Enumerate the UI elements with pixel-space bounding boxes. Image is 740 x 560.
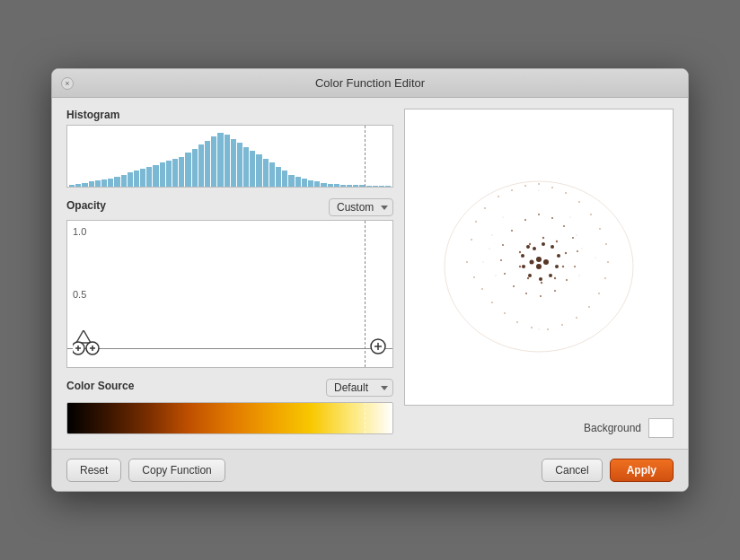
histogram-bar [243, 147, 249, 187]
histogram-bar [288, 175, 294, 187]
svg-point-29 [576, 317, 577, 318]
svg-point-47 [554, 290, 556, 292]
svg-point-11 [466, 261, 467, 262]
svg-point-74 [526, 245, 530, 249]
histogram-bar [256, 154, 261, 187]
svg-point-17 [524, 185, 525, 186]
color-source-select[interactable]: Default Custom By Point By Cell [326, 379, 393, 397]
histogram-bar [198, 144, 204, 187]
svg-point-63 [519, 250, 521, 252]
svg-point-43 [572, 237, 574, 239]
svg-point-85 [503, 216, 504, 217]
3d-preview-svg [422, 132, 656, 383]
close-icon: × [65, 79, 69, 88]
histogram-bar [82, 183, 87, 187]
opacity-handle-right[interactable] [369, 337, 387, 358]
svg-point-23 [599, 228, 600, 229]
copy-function-button[interactable]: Copy Function [128, 459, 225, 482]
histogram-bar [95, 180, 101, 187]
svg-point-84 [578, 275, 579, 276]
svg-point-41 [551, 217, 553, 219]
svg-point-64 [533, 247, 536, 250]
bottom-right-buttons: Cancel Apply [542, 459, 674, 482]
svg-point-40 [538, 214, 540, 215]
svg-point-45 [574, 266, 576, 267]
svg-point-25 [607, 261, 608, 262]
histogram-bar [217, 133, 223, 187]
opacity-preset-select[interactable]: Custom Linear Step Flat [329, 198, 393, 216]
histogram-container[interactable] [66, 125, 393, 188]
title-bar: × Color Function Editor [52, 69, 688, 98]
dialog-title: Color Function Editor [315, 76, 425, 90]
histogram-bar [314, 181, 320, 187]
histogram-bar [160, 162, 165, 187]
svg-point-18 [538, 183, 539, 184]
right-panel: Background [404, 109, 674, 438]
opacity-y-label-1: 1.0 [73, 226, 86, 237]
svg-point-58 [562, 265, 564, 267]
dialog-content: Histogram Opacity Custom Linear Step Fla… [52, 98, 688, 449]
svg-point-78 [530, 259, 534, 264]
svg-marker-0 [76, 330, 91, 343]
svg-point-20 [565, 192, 566, 193]
background-swatch[interactable] [648, 418, 674, 438]
svg-point-12 [471, 239, 471, 240]
color-source-label: Color Source [66, 380, 134, 392]
reset-button[interactable]: Reset [66, 459, 121, 482]
svg-point-75 [536, 257, 542, 262]
opacity-handle-left[interactable] [73, 330, 107, 358]
svg-point-22 [590, 214, 591, 214]
svg-point-56 [556, 240, 558, 241]
background-row: Background [404, 418, 674, 438]
svg-point-81 [495, 275, 496, 276]
svg-point-69 [549, 274, 552, 277]
histogram-bar [134, 171, 139, 187]
svg-point-39 [524, 219, 526, 221]
opacity-handle-svg-right [369, 337, 387, 355]
histogram-bar [108, 179, 113, 187]
close-button[interactable]: × [61, 77, 74, 90]
svg-point-24 [605, 243, 606, 244]
histogram-bar [75, 184, 81, 187]
opacity-y-label-05: 0.5 [73, 289, 86, 300]
histogram-bar [225, 135, 230, 187]
cancel-button[interactable]: Cancel [542, 459, 602, 482]
color-gradient-bar[interactable] [66, 402, 393, 434]
svg-point-59 [554, 276, 556, 278]
svg-point-26 [604, 277, 605, 278]
histogram-bar [366, 186, 372, 187]
svg-point-79 [489, 248, 489, 249]
svg-point-52 [500, 259, 502, 261]
opacity-header: Opacity Custom Linear Step Flat [66, 198, 393, 216]
svg-point-16 [511, 189, 512, 190]
svg-point-88 [595, 257, 596, 258]
histogram-bar [334, 184, 339, 187]
histogram-bar [347, 185, 352, 187]
svg-point-82 [576, 234, 577, 235]
svg-point-87 [483, 261, 484, 262]
histogram-bar [89, 181, 94, 187]
gradient-dashed-line [365, 403, 366, 433]
histogram-bar [302, 179, 307, 187]
preview-area [404, 109, 674, 406]
histogram-bar [114, 177, 119, 187]
histogram-bar [192, 149, 198, 187]
svg-point-62 [519, 265, 521, 267]
histogram-dashed-line [365, 126, 366, 187]
svg-point-73 [521, 254, 524, 258]
opacity-graph-inner: 1.0 0.5 [67, 221, 392, 367]
histogram-bar [353, 185, 358, 187]
svg-point-38 [511, 230, 513, 232]
histogram-bar [146, 167, 152, 187]
apply-button[interactable]: Apply [610, 459, 674, 482]
opacity-graph[interactable]: 1.0 0.5 [66, 220, 393, 368]
histogram-bar [121, 175, 127, 187]
svg-point-89 [539, 189, 540, 190]
histogram-label: Histogram [66, 109, 393, 121]
svg-point-50 [513, 285, 515, 287]
svg-point-83 [581, 248, 582, 249]
svg-point-19 [551, 187, 552, 188]
svg-point-31 [547, 328, 548, 329]
svg-point-44 [577, 250, 578, 252]
svg-point-66 [551, 245, 554, 249]
